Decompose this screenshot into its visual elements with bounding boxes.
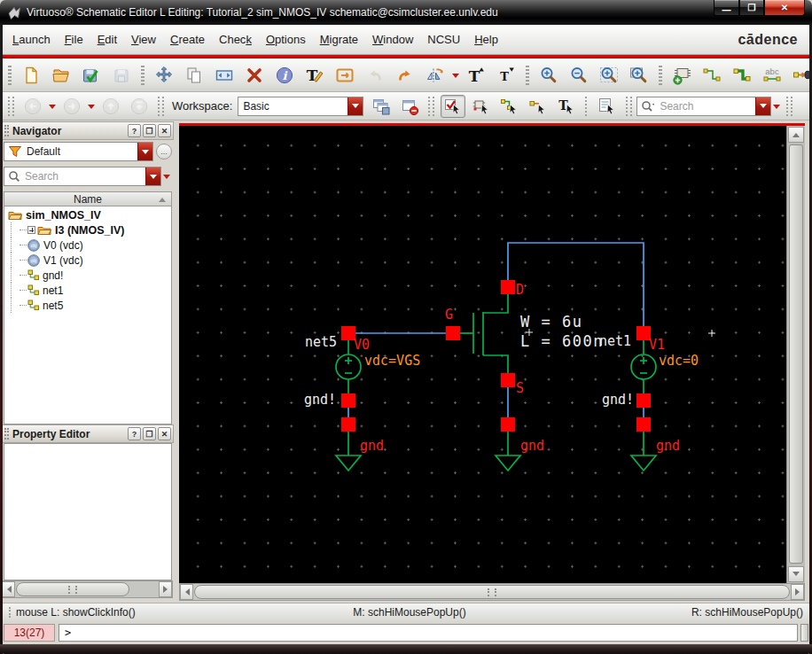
schematic-label[interactable]: net5 (305, 334, 337, 350)
schematic-canvas[interactable]: GDSV0V1gndgndgndnet5net1gnd!gnd!W = 6uL … (179, 126, 786, 583)
nav-top-button[interactable] (127, 95, 152, 118)
pin-square[interactable] (341, 393, 355, 408)
zoom-selected-button[interactable] (626, 62, 652, 89)
scroll-left-arrow[interactable] (180, 584, 193, 600)
descend-edit-button[interactable] (332, 62, 358, 89)
navigator-search-options-arrow[interactable] (161, 165, 172, 188)
pin-square[interactable] (636, 393, 651, 408)
workspace-save-button[interactable] (369, 95, 394, 118)
zoom-out-button[interactable] (566, 62, 592, 89)
toolbar-search-combo[interactable]: Search (636, 97, 771, 116)
nav-back-dropdown-arrow[interactable] (47, 95, 58, 118)
panel-drag-grip[interactable] (4, 428, 9, 440)
pin-square[interactable] (446, 326, 460, 340)
schematic-label[interactable]: D (516, 282, 524, 298)
menu-window[interactable]: Window (365, 29, 420, 50)
command-input[interactable]: > (59, 624, 798, 642)
pin-square[interactable] (501, 417, 515, 432)
toolbar-grip[interactable] (786, 97, 792, 116)
schematic-label[interactable]: gnd! (304, 392, 336, 408)
schematic-label[interactable]: gnd (360, 438, 384, 454)
pin-square[interactable] (501, 280, 515, 294)
tree-column-header-name[interactable]: Name (4, 191, 172, 206)
workspace-dropdown-button[interactable] (347, 97, 363, 115)
copy-button[interactable] (181, 62, 207, 89)
stretch-button[interactable] (211, 62, 238, 89)
property-editor-float-button[interactable]: ❐ (143, 427, 156, 440)
menu-file[interactable]: File (58, 29, 90, 50)
schematic-label[interactable]: V0 (354, 337, 370, 353)
schematic-label[interactable]: net1 (599, 333, 631, 349)
property-editor-close-button[interactable]: ✕ (158, 427, 171, 440)
canvas-vertical-scrollbar[interactable] (786, 126, 805, 583)
tree-item-v1-vdc-[interactable]: objV1 (vdc) (4, 253, 171, 268)
scroll-right-arrow[interactable] (159, 581, 172, 597)
command-scroll-handle[interactable] (800, 624, 808, 642)
move-button[interactable] (151, 62, 177, 89)
toolbar-grip[interactable] (8, 66, 12, 85)
search-dropdown-button[interactable] (755, 97, 770, 115)
navigator-close-button[interactable]: ✕ (158, 124, 171, 137)
create-wire-name-button[interactable]: abc (759, 62, 785, 89)
create-wire-button[interactable] (699, 62, 725, 89)
zoom-in-button[interactable] (535, 62, 562, 89)
menu-ncsu[interactable]: NCSU (420, 29, 467, 50)
navigator-filter-combo[interactable]: Default (4, 142, 153, 161)
scroll-left-arrow[interactable] (2, 581, 15, 597)
schematic-label[interactable]: gnd (656, 438, 680, 454)
toolbar-grip[interactable] (8, 97, 14, 116)
text-bigger-button[interactable]: T (463, 62, 489, 89)
maximize-button[interactable]: ❐ (739, 0, 764, 16)
menu-view[interactable]: View (124, 29, 163, 50)
search-options-arrow[interactable] (771, 95, 782, 118)
scroll-thumb[interactable] (16, 582, 129, 596)
select-text-button[interactable]: T (554, 95, 579, 118)
nav-forward-dropdown-arrow[interactable] (86, 95, 97, 118)
schematic-label[interactable]: S (516, 380, 524, 396)
check-and-save-button[interactable] (78, 62, 105, 89)
tree-item-net5[interactable]: net5 (4, 298, 171, 313)
tree-item-sim-nmos-iv[interactable]: sim_NMOS_IV (4, 207, 171, 222)
canvas-horizontal-scrollbar[interactable] (179, 583, 805, 601)
menu-edit[interactable]: Edit (90, 29, 124, 50)
device-segment[interactable] (631, 455, 656, 471)
filter-more-button[interactable]: ... (156, 144, 172, 160)
select-instance-button[interactable] (469, 95, 494, 118)
schematic-label[interactable]: W = 6u (520, 313, 582, 331)
create-wide-wire-button[interactable] (729, 62, 755, 89)
toolbar-grip[interactable] (626, 97, 632, 116)
filter-edit-button[interactable] (595, 95, 620, 118)
redo-button[interactable] (392, 62, 418, 89)
schematic-label[interactable]: V1 (649, 337, 665, 353)
select-wire-button[interactable] (497, 95, 522, 118)
navigator-search-dropdown[interactable] (145, 167, 160, 185)
minimize-button[interactable]: — (714, 0, 739, 16)
nav-up-button[interactable] (98, 95, 123, 118)
toolbar-grip[interactable] (141, 66, 144, 85)
scroll-up-arrow[interactable] (788, 127, 804, 143)
edit-properties-button[interactable]: T (301, 62, 328, 89)
pin-square[interactable] (636, 417, 651, 432)
tree-item-gnd-[interactable]: gnd! (4, 268, 171, 283)
toolbar-grip[interactable] (526, 66, 529, 85)
schematic-label[interactable]: gnd (520, 438, 544, 454)
save-button[interactable] (108, 62, 135, 89)
select-all-button[interactable] (441, 95, 465, 118)
menu-options[interactable]: Options (259, 29, 313, 50)
menu-launch[interactable]: Launch (5, 29, 58, 50)
close-button[interactable]: ✕ (764, 0, 805, 16)
tree-item-net1[interactable]: net1 (4, 283, 171, 298)
rotate-mirror-dropdown-arrow[interactable] (450, 64, 461, 87)
tree-item-i3-nmos-iv-[interactable]: I3 (NMOS_IV) (4, 222, 171, 237)
schematic-label[interactable]: gnd! (602, 392, 634, 408)
device-segment[interactable] (496, 455, 520, 471)
navigator-float-button[interactable]: ❐ (143, 124, 156, 137)
toolbar-grip[interactable] (428, 97, 434, 116)
delete-button[interactable] (241, 62, 268, 89)
undo-button[interactable] (362, 62, 388, 89)
toolbar-grip[interactable] (659, 66, 662, 85)
tree-item-v0-vdc-[interactable]: objV0 (vdc) (4, 237, 171, 253)
property-editor-header[interactable]: Property Editor ? ❐ ✕ (2, 424, 174, 443)
workspace-revert-button[interactable] (397, 95, 422, 118)
navigator-search-combo[interactable]: Search (4, 167, 161, 186)
